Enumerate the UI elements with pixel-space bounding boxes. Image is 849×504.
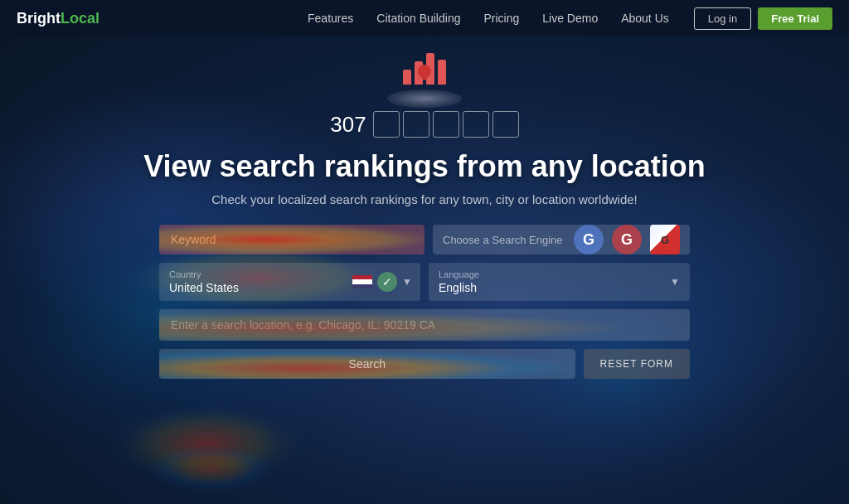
free-trial-button[interactable]: Free Trial [758,7,832,30]
checkmark-icon: ✓ [382,275,392,288]
language-inner: Language English [439,269,670,294]
search-button-label: Search [349,357,386,371]
pin-head [415,62,434,81]
nav-links: Features Citation Building Pricing Live … [308,11,669,26]
main-heading: View search rankings from any location [143,149,706,184]
location-input[interactable] [171,318,678,332]
search-button-wrapper[interactable]: Search [159,349,575,379]
logo-bright-text: Bright [17,10,61,27]
bar-4 [438,60,446,85]
nav-link-about[interactable]: About Us [621,12,669,25]
nav-link-features[interactable]: Features [308,12,353,25]
google-maps-icon[interactable]: G [650,225,680,254]
counter-box-3 [433,111,459,138]
map-pin [418,65,431,78]
counter-row: 307 [330,111,518,138]
counter-box-4 [463,111,489,138]
nav-link-citation[interactable]: Citation Building [376,12,460,25]
counter-box-5 [492,111,519,138]
logo-local-text: Local [61,10,99,27]
login-button[interactable]: Log in [694,7,751,30]
counter-box-2 [403,111,429,138]
nav-link-pricing[interactable]: Pricing [483,12,519,25]
map-pin-container [387,90,462,108]
google-icon-red[interactable]: G [612,225,642,254]
form-row-2: Country United States ✓ ▼ Language Engli… [159,263,690,301]
search-engine-label: Choose a Search Engine [443,234,565,246]
nav-link-live-demo[interactable]: Live Demo [542,12,598,25]
form-row-1: Choose a Search Engine G G G [159,225,690,254]
language-selector[interactable]: Language English ▼ [429,263,690,301]
location-input-wrapper [159,309,690,341]
logo[interactable]: BrightLocal [17,10,99,27]
language-value: English [439,281,670,294]
bar-1 [403,70,411,85]
form-row-4: Search RESET FORM [159,349,690,379]
map-ellipse [387,90,462,108]
keyword-input[interactable] [159,225,424,254]
navbar: BrightLocal Features Citation Building P… [0,0,849,36]
main-content: 307 View search rankings from any locati… [0,36,849,379]
search-form: Choose a Search Engine G G G Country Uni… [159,225,690,379]
counter-box-1 [373,111,400,138]
us-flag-icon [352,275,372,288]
language-label: Language [439,269,670,279]
country-dropdown-arrow: ▼ [402,276,412,288]
sub-heading: Check your localized search rankings for… [211,192,638,206]
search-engine-wrapper[interactable]: Choose a Search Engine G G G [433,225,690,254]
country-confirm-icon[interactable]: ✓ [377,272,397,292]
counter-boxes [373,111,519,138]
google-icon-blue[interactable]: G [574,225,604,254]
flag-wrapper: ✓ ▼ [352,272,412,292]
reset-form-button[interactable]: RESET FORM [584,349,690,379]
language-dropdown-arrow: ▼ [670,276,680,288]
counter-number: 307 [330,112,366,138]
country-selector[interactable]: Country United States ✓ ▼ [159,263,420,301]
keyword-input-wrapper [159,225,424,254]
